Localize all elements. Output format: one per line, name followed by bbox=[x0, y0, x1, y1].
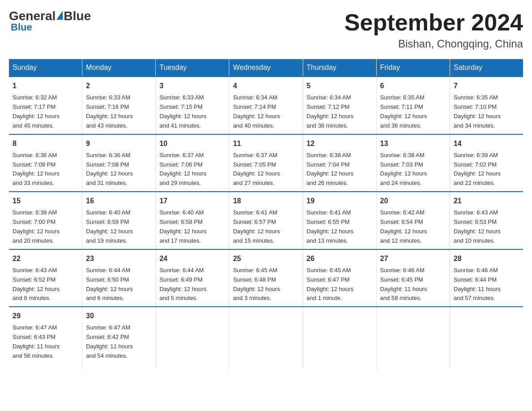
day-info: Sunrise: 6:37 AMSunset: 7:06 PMDaylight:… bbox=[159, 152, 206, 187]
day-number: 24 bbox=[159, 253, 225, 264]
day-info: Sunrise: 6:42 AMSunset: 6:54 PMDaylight:… bbox=[380, 209, 427, 244]
day-info: Sunrise: 6:47 AMSunset: 6:42 PMDaylight:… bbox=[86, 324, 133, 359]
calendar-cell: 4Sunrise: 6:34 AMSunset: 7:14 PMDaylight… bbox=[229, 77, 303, 134]
day-number: 10 bbox=[159, 138, 225, 149]
day-info: Sunrise: 6:40 AMSunset: 6:59 PMDaylight:… bbox=[86, 209, 133, 244]
weekday-header-friday: Friday bbox=[376, 59, 450, 77]
calendar-cell bbox=[156, 307, 229, 369]
day-number: 1 bbox=[13, 81, 78, 91]
calendar-cell: 3Sunrise: 6:33 AMSunset: 7:15 PMDaylight… bbox=[156, 77, 229, 134]
calendar-cell: 29Sunrise: 6:47 AMSunset: 6:43 PMDayligh… bbox=[9, 307, 82, 369]
weekday-header-tuesday: Tuesday bbox=[156, 59, 229, 77]
day-info: Sunrise: 6:39 AMSunset: 7:02 PMDaylight:… bbox=[454, 152, 501, 187]
calendar-week-row: 1Sunrise: 6:32 AMSunset: 7:17 PMDaylight… bbox=[9, 77, 523, 134]
calendar-cell: 26Sunrise: 6:45 AMSunset: 6:47 PMDayligh… bbox=[303, 249, 376, 307]
day-number: 12 bbox=[307, 138, 373, 149]
day-info: Sunrise: 6:35 AMSunset: 7:10 PMDaylight:… bbox=[454, 94, 501, 129]
day-number: 18 bbox=[233, 196, 299, 206]
day-info: Sunrise: 6:37 AMSunset: 7:05 PMDaylight:… bbox=[233, 152, 280, 187]
calendar-cell: 9Sunrise: 6:36 AMSunset: 7:08 PMDaylight… bbox=[82, 134, 156, 192]
day-info: Sunrise: 6:46 AMSunset: 6:44 PMDaylight:… bbox=[454, 267, 501, 302]
day-number: 29 bbox=[13, 311, 78, 321]
day-number: 17 bbox=[159, 196, 225, 206]
calendar-cell: 12Sunrise: 6:38 AMSunset: 7:04 PMDayligh… bbox=[303, 134, 376, 192]
calendar-cell: 15Sunrise: 6:39 AMSunset: 7:00 PMDayligh… bbox=[9, 192, 82, 249]
calendar-cell: 16Sunrise: 6:40 AMSunset: 6:59 PMDayligh… bbox=[82, 192, 156, 249]
day-info: Sunrise: 6:33 AMSunset: 7:15 PMDaylight:… bbox=[159, 94, 206, 129]
calendar-cell: 1Sunrise: 6:32 AMSunset: 7:17 PMDaylight… bbox=[9, 77, 82, 134]
weekday-header-wednesday: Wednesday bbox=[229, 59, 303, 77]
day-number: 13 bbox=[380, 138, 446, 149]
day-info: Sunrise: 6:38 AMSunset: 7:03 PMDaylight:… bbox=[380, 152, 427, 187]
day-info: Sunrise: 6:41 AMSunset: 6:57 PMDaylight:… bbox=[233, 209, 280, 244]
calendar-cell: 5Sunrise: 6:34 AMSunset: 7:12 PMDaylight… bbox=[303, 77, 376, 134]
calendar-cell bbox=[376, 307, 450, 369]
calendar-cell: 6Sunrise: 6:35 AMSunset: 7:11 PMDaylight… bbox=[376, 77, 450, 134]
day-number: 23 bbox=[86, 253, 152, 264]
weekday-header-sunday: Sunday bbox=[9, 59, 82, 77]
logo-triangle-icon bbox=[56, 11, 63, 20]
day-info: Sunrise: 6:40 AMSunset: 6:58 PMDaylight:… bbox=[159, 209, 206, 244]
day-number: 11 bbox=[233, 138, 299, 149]
calendar-cell: 10Sunrise: 6:37 AMSunset: 7:06 PMDayligh… bbox=[156, 134, 229, 192]
calendar-week-row: 29Sunrise: 6:47 AMSunset: 6:43 PMDayligh… bbox=[9, 307, 523, 369]
page-subtitle: Bishan, Chongqing, China bbox=[344, 38, 523, 50]
logo: General Blue Blue bbox=[9, 9, 91, 33]
day-info: Sunrise: 6:34 AMSunset: 7:14 PMDaylight:… bbox=[233, 94, 280, 129]
calendar-cell bbox=[303, 307, 376, 369]
day-number: 27 bbox=[380, 253, 446, 264]
calendar-cell: 20Sunrise: 6:42 AMSunset: 6:54 PMDayligh… bbox=[376, 192, 450, 249]
day-info: Sunrise: 6:43 AMSunset: 6:53 PMDaylight:… bbox=[454, 209, 501, 244]
day-number: 5 bbox=[307, 81, 373, 91]
calendar-cell: 27Sunrise: 6:46 AMSunset: 6:45 PMDayligh… bbox=[376, 249, 450, 307]
day-info: Sunrise: 6:32 AMSunset: 7:17 PMDaylight:… bbox=[13, 94, 60, 129]
day-number: 22 bbox=[13, 253, 78, 264]
day-info: Sunrise: 6:41 AMSunset: 6:55 PMDaylight:… bbox=[307, 209, 354, 244]
calendar-week-row: 15Sunrise: 6:39 AMSunset: 7:00 PMDayligh… bbox=[9, 192, 523, 249]
day-info: Sunrise: 6:35 AMSunset: 7:11 PMDaylight:… bbox=[380, 94, 427, 129]
day-info: Sunrise: 6:39 AMSunset: 7:00 PMDaylight:… bbox=[13, 209, 60, 244]
calendar-cell: 22Sunrise: 6:43 AMSunset: 6:52 PMDayligh… bbox=[9, 249, 82, 307]
calendar-cell: 21Sunrise: 6:43 AMSunset: 6:53 PMDayligh… bbox=[450, 192, 523, 249]
calendar-cell: 7Sunrise: 6:35 AMSunset: 7:10 PMDaylight… bbox=[450, 77, 523, 134]
calendar-cell: 11Sunrise: 6:37 AMSunset: 7:05 PMDayligh… bbox=[229, 134, 303, 192]
day-info: Sunrise: 6:45 AMSunset: 6:47 PMDaylight:… bbox=[307, 267, 354, 302]
weekday-header-row: SundayMondayTuesdayWednesdayThursdayFrid… bbox=[9, 59, 523, 77]
calendar-cell: 8Sunrise: 6:36 AMSunset: 7:09 PMDaylight… bbox=[9, 134, 82, 192]
logo-subtitle: Blue bbox=[9, 21, 32, 33]
calendar-cell: 24Sunrise: 6:44 AMSunset: 6:49 PMDayligh… bbox=[156, 249, 229, 307]
day-number: 28 bbox=[454, 253, 519, 264]
day-info: Sunrise: 6:46 AMSunset: 6:45 PMDaylight:… bbox=[380, 267, 427, 302]
day-info: Sunrise: 6:34 AMSunset: 7:12 PMDaylight:… bbox=[307, 94, 354, 129]
calendar-cell bbox=[229, 307, 303, 369]
calendar-cell: 2Sunrise: 6:33 AMSunset: 7:16 PMDaylight… bbox=[82, 77, 156, 134]
day-number: 4 bbox=[233, 81, 299, 91]
day-info: Sunrise: 6:45 AMSunset: 6:48 PMDaylight:… bbox=[233, 267, 280, 302]
day-number: 8 bbox=[13, 138, 78, 149]
day-number: 16 bbox=[86, 196, 152, 206]
logo-blue-text: Blue bbox=[64, 9, 91, 23]
page-title: September 2024 bbox=[344, 9, 523, 36]
calendar-table: SundayMondayTuesdayWednesdayThursdayFrid… bbox=[9, 59, 523, 369]
day-number: 19 bbox=[307, 196, 373, 206]
day-number: 7 bbox=[454, 81, 519, 91]
calendar-cell bbox=[450, 307, 523, 369]
day-number: 25 bbox=[233, 253, 299, 264]
weekday-header-saturday: Saturday bbox=[450, 59, 523, 77]
page-header: General Blue Blue September 2024 Bishan,… bbox=[9, 9, 523, 50]
calendar-week-row: 22Sunrise: 6:43 AMSunset: 6:52 PMDayligh… bbox=[9, 249, 523, 307]
day-info: Sunrise: 6:44 AMSunset: 6:50 PMDaylight:… bbox=[86, 267, 133, 302]
calendar-cell: 23Sunrise: 6:44 AMSunset: 6:50 PMDayligh… bbox=[82, 249, 156, 307]
day-number: 3 bbox=[159, 81, 225, 91]
weekday-header-monday: Monday bbox=[82, 59, 156, 77]
day-number: 6 bbox=[380, 81, 446, 91]
day-number: 15 bbox=[13, 196, 78, 206]
calendar-cell: 25Sunrise: 6:45 AMSunset: 6:48 PMDayligh… bbox=[229, 249, 303, 307]
calendar-cell: 17Sunrise: 6:40 AMSunset: 6:58 PMDayligh… bbox=[156, 192, 229, 249]
day-info: Sunrise: 6:38 AMSunset: 7:04 PMDaylight:… bbox=[307, 152, 354, 187]
day-number: 9 bbox=[86, 138, 152, 149]
day-number: 2 bbox=[86, 81, 152, 91]
day-number: 21 bbox=[454, 196, 519, 206]
title-block: September 2024 Bishan, Chongqing, China bbox=[344, 9, 523, 50]
day-number: 14 bbox=[454, 138, 519, 149]
